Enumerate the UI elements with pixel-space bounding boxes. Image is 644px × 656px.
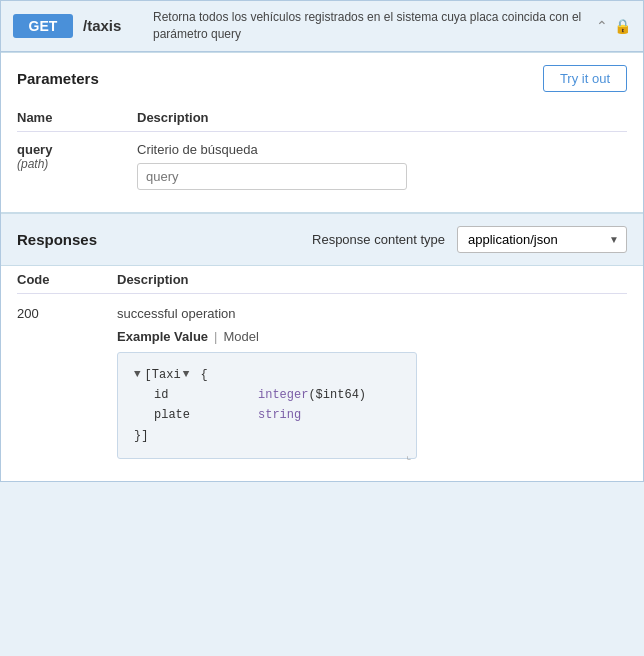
close-brackets: }] <box>134 426 148 446</box>
code-column-header: Code Description <box>17 266 627 294</box>
code-row-200: 200 successful operation Example Value |… <box>17 294 627 466</box>
api-block: GET /taxis Retorna todos los vehículos r… <box>0 0 644 482</box>
object-open-brace: { <box>193 365 207 385</box>
param-row-query: query (path) Criterio de búsqueda <box>17 132 627 196</box>
response-code-200: 200 <box>17 306 117 321</box>
response-status-text: successful operation <box>117 306 627 321</box>
parameters-header: Parameters Try it out <box>1 53 643 104</box>
responses-title: Responses <box>17 231 97 248</box>
param-name-cell: query (path) <box>17 142 137 171</box>
query-input[interactable] <box>137 163 407 190</box>
array-open-bracket: [ <box>145 365 152 385</box>
param-desc-cell: Criterio de búsqueda <box>137 142 627 190</box>
chevron-up-icon[interactable]: ⌃ <box>596 18 608 34</box>
param-description: Criterio de búsqueda <box>137 142 627 157</box>
example-value-row: Example Value | Model <box>117 329 627 344</box>
response-type-select[interactable]: application/json <box>457 226 627 253</box>
api-header: GET /taxis Retorna todos los vehículos r… <box>1 1 643 52</box>
col-name-header: Name <box>17 110 137 125</box>
parameters-section: Parameters Try it out Name Description q… <box>1 52 643 212</box>
toggle-array-icon[interactable]: ▼ <box>134 365 141 384</box>
parameters-title: Parameters <box>17 70 99 87</box>
response-type-select-wrapper[interactable]: application/json <box>457 226 627 253</box>
code-line-footer: }] <box>134 426 400 446</box>
type-param-int: ($int64) <box>308 388 366 402</box>
lock-icon[interactable]: 🔒 <box>614 18 631 34</box>
param-type: (path) <box>17 157 137 171</box>
code-block: ▼ [ Taxi ▼ { id integer($int64) <box>117 352 417 460</box>
try-out-button[interactable]: Try it out <box>543 65 627 92</box>
toggle-object-icon[interactable]: ▼ <box>183 365 190 384</box>
code-line-plate: plate string <box>134 405 400 425</box>
class-name-taxi: Taxi <box>152 365 181 385</box>
method-badge: GET <box>13 14 73 38</box>
type-string: string <box>258 408 301 422</box>
col-desc-header: Description <box>137 110 627 125</box>
endpoint-path: /taxis <box>83 17 143 34</box>
code-line-header: ▼ [ Taxi ▼ { <box>134 365 400 385</box>
response-content-type-label: Response content type <box>312 232 445 247</box>
separator: | <box>214 329 217 344</box>
responses-section: Responses Response content type applicat… <box>1 212 643 265</box>
resize-handle[interactable]: ⌞ <box>406 448 414 456</box>
field-plate: plate <box>154 405 234 425</box>
model-link[interactable]: Model <box>223 329 258 344</box>
params-table: Name Description query (path) Criterio d… <box>1 104 643 212</box>
param-name: query <box>17 142 52 157</box>
response-desc-cell: successful operation Example Value | Mod… <box>117 306 627 460</box>
type-integer: integer <box>258 388 308 402</box>
field-id: id <box>154 385 234 405</box>
code-line-id: id integer($int64) <box>134 385 400 405</box>
example-value-label: Example Value <box>117 329 208 344</box>
response-codes-section: Code Description 200 successful operatio… <box>1 265 643 482</box>
header-icons: ⌃ 🔒 <box>596 18 631 34</box>
endpoint-description: Retorna todos los vehículos registrados … <box>153 9 586 43</box>
params-column-header: Name Description <box>17 104 627 132</box>
col-code-header: Code <box>17 272 117 287</box>
col-code-desc-header: Description <box>117 272 627 287</box>
